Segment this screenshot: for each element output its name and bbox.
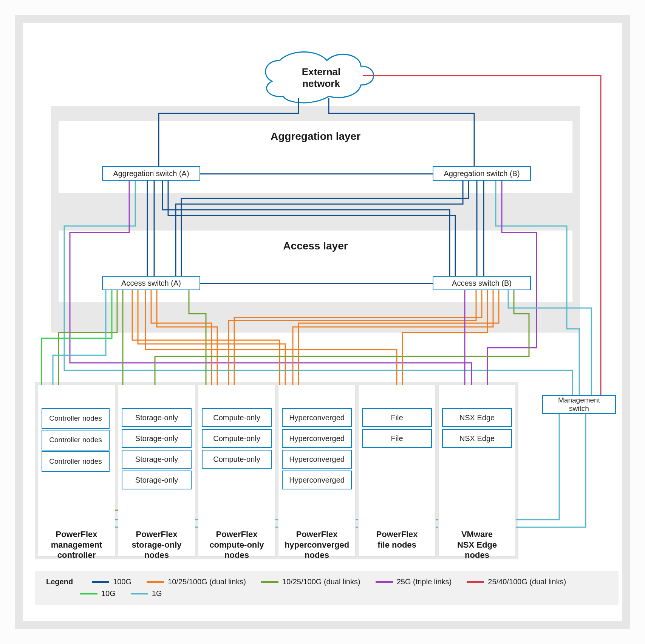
legend-label-100g: 100G [113,577,131,586]
legend-panel: Legend 100G 10/25/100G (dual links) 10/2… [35,571,619,605]
agg-switch-a: Aggregation switch (A) [102,166,200,181]
management-switch-line2: switch [569,404,589,412]
access-switch-b: Access switch (B) [433,276,531,290]
legend-swatch-orange [147,581,164,583]
col-label-3: PowerFlexhyperconvergednodes [278,529,356,560]
col-label-2: PowerFlexcompute-onlynodes [198,529,275,560]
compute-only-1: Compute-only [202,408,272,427]
legend-item-purple: 25G (triple links) [376,577,452,586]
legend-swatch-purple [376,581,393,583]
legend-label-orange: 10/25/100G (dual links) [168,577,246,586]
legend-item-orange: 10/25/100G (dual links) [147,577,246,586]
controller-node-3: Controller nodes [42,451,110,472]
nsx-edge-2: NSX Edge [442,429,512,448]
access-switch-a: Access switch (A) [102,276,200,290]
legend-item-100g: 100G [92,577,131,586]
legend-label-red: 25/40/100G (dual links) [488,577,566,586]
legend-swatch-100g [92,581,109,583]
hyperconverged-3: Hyperconverged [282,450,352,469]
storage-only-4: Storage-only [122,471,192,489]
file-node-2: File [362,429,432,448]
legend-title: Legend [46,577,73,586]
legend-label-green: 10G [101,589,116,598]
legend-label-olive: 10/25/100G (dual links) [282,577,360,586]
file-node-1: File [362,408,432,427]
agg-switch-b: Aggregation switch (B) [433,166,531,181]
nsx-edge-1: NSX Edge [442,408,512,427]
management-switch: Management switch [542,395,616,414]
legend-item-green: 10G [80,589,116,598]
hyperconverged-1: Hyperconverged [282,408,352,427]
col-label-5: VMwareNSX Edgenodes [438,529,516,560]
controller-node-2: Controller nodes [42,430,110,450]
legend-swatch-olive [261,581,278,583]
legend-swatch-red [467,581,484,583]
compute-only-2: Compute-only [202,429,272,448]
col-label-0: PowerFlexmanagementcontroller [38,529,115,560]
storage-only-2: Storage-only [122,429,192,448]
legend-swatch-green [80,593,97,594]
compute-only-3: Compute-only [202,450,272,469]
hyperconverged-4: Hyperconverged [282,471,352,489]
external-network-line1: External [302,66,341,77]
storage-only-3: Storage-only [122,450,192,469]
legend-label-teal: 1G [152,589,162,598]
legend-item-red: 25/40/100G (dual links) [467,577,566,586]
management-switch-line1: Management [558,396,600,404]
storage-only-1: Storage-only [122,408,192,427]
col-label-4: PowerFlexfile nodes [358,529,436,550]
col-label-1: PowerFlexstorage-onlynodes [118,529,195,560]
external-network-line2: network [302,78,340,89]
hyperconverged-2: Hyperconverged [282,429,352,448]
external-network-label: External network [280,66,363,90]
controller-node-1: Controller nodes [42,408,110,429]
legend-item-olive: 10/25/100G (dual links) [261,577,360,586]
legend-swatch-teal [131,593,148,594]
legend-label-purple: 25G (triple links) [397,577,452,586]
legend-item-teal: 1G [131,589,162,598]
